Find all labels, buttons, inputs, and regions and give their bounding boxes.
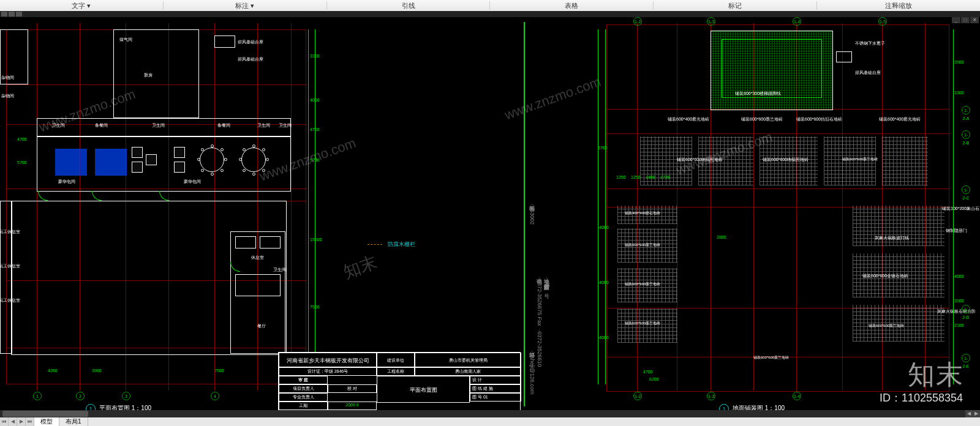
h-scroll-thumb[interactable] — [2, 411, 88, 417]
tb-drawing-name: 平面布置图 — [377, 376, 470, 403]
grid-bubble: 1-2-A — [962, 106, 970, 114]
flooring-label: 不锈钢下水蓖子 — [855, 40, 885, 47]
dim-label: 4700 — [17, 137, 27, 141]
tab-nav-first[interactable]: ⏮ — [0, 417, 9, 426]
tb-proof: 校 对 — [328, 384, 377, 393]
room-label: 新房 — [144, 72, 153, 78]
layout-tabs: ⏮ ◀ ▶ ⏭ 模型 布局1 — [0, 417, 980, 426]
flooring-label: 铺装600*600墨兰地砖 — [869, 323, 904, 329]
grid-bubble: 1-5 — [878, 17, 887, 26]
left-floorplan: 新房 煤气间 排风基础台座 排风基础台座 卫生间 备餐间 卫生间 备餐间 卫生间… — [0, 17, 318, 409]
tb-addr: 地址：河南省新乡市开发区新一街369号 — [543, 274, 551, 289]
flooring-label: 铺装600*600纳福照地砖 — [677, 157, 723, 163]
dim-label: 4000 — [310, 98, 320, 102]
grid-bubble: 4 — [211, 392, 219, 400]
dim-label: 4700 — [310, 127, 320, 132]
grid-bubble: 1 — [33, 392, 42, 400]
flooring-label: 铺装600*600墨兰地砖 — [625, 282, 660, 287]
flooring-label: 铺装600*600墨兰地砖 — [625, 321, 660, 326]
watermark-big: 知末 — [340, 251, 380, 285]
dim-label: 1720 — [660, 175, 670, 179]
menu-table[interactable]: 表格 — [490, 1, 653, 10]
room-label: 员工休息室 — [0, 297, 20, 304]
room-label: 卫生间 — [52, 122, 65, 129]
tab-nav-next[interactable]: ▶ — [17, 417, 26, 426]
menu-text[interactable]: 文字 ▾ — [0, 1, 163, 10]
tb-owner-lbl: 建设单位 — [377, 353, 415, 367]
tb-proj-lbl: 工程名称 — [377, 367, 415, 376]
tb-discipline: 专业负责人 — [279, 393, 328, 402]
tab-model[interactable]: 模型 — [34, 417, 59, 426]
dim-label: 1350 — [616, 175, 626, 179]
grid-bubble: 1-2-C — [962, 185, 970, 194]
tab-nav-last[interactable]: ⏭ — [26, 417, 34, 426]
toolbar-icon[interactable] — [9, 12, 15, 17]
dim-label: 5700 — [310, 158, 320, 162]
flooring-label: 钢制隐形门 — [946, 228, 967, 234]
dim-label: 6200 — [649, 377, 659, 381]
dim-label: 4000 — [599, 335, 609, 340]
min-button[interactable]: _ — [952, 17, 960, 23]
grid-bubble: 1-4 — [793, 17, 801, 26]
scroll-left-icon[interactable]: ◀ — [965, 410, 973, 417]
dim-label: 4000 — [954, 274, 964, 278]
flooring-label: 铺装600*600纳福照地砖 — [763, 157, 809, 163]
menu-bar: 文字 ▾ 标注 ▾ 引线 表格 标记 注释缩放 — [0, 0, 980, 11]
room-label: 豪华包间 — [58, 179, 75, 185]
window-controls: _ □ ✕ — [952, 17, 979, 23]
scroll-right-icon[interactable]: ▶ — [973, 410, 980, 417]
room-label: 餐厅 — [257, 323, 266, 329]
close-button[interactable]: ✕ — [970, 17, 979, 23]
flooring-label: 铺装600*400磨光地砖 — [879, 116, 921, 122]
tab-nav-prev[interactable]: ◀ — [9, 417, 17, 426]
dim-label: 2100 — [954, 323, 964, 327]
menu-annotate[interactable]: 标注 ▾ — [164, 1, 326, 10]
grid-bubble: 1-2-D — [962, 305, 970, 313]
dim-label: 7500 — [310, 305, 320, 309]
max-button[interactable]: □ — [961, 17, 970, 23]
dim-label: 7500 — [214, 368, 224, 373]
toolbar-icon[interactable] — [1, 12, 7, 17]
room-label: 卫生间 — [257, 122, 270, 129]
dim-label: 5700 — [17, 160, 27, 165]
menu-mark[interactable]: 标记 — [654, 1, 816, 10]
tab-layout1[interactable]: 布局1 — [59, 417, 88, 426]
right-floorplan: 不锈钢下水蓖子 排风基础台座 铺装800*300楼梯踢脚线 铺装600*400磨… — [570, 17, 974, 409]
room-label: 员工休息室 — [0, 263, 20, 269]
dim-label: 3900 — [92, 368, 102, 373]
tb-sheet-type: 图 纸 建 施 — [470, 384, 521, 393]
tb-sheet-no: 图 号 01 — [470, 393, 521, 402]
flooring-label: 铺装600*400磨光地砖 — [668, 116, 709, 122]
room-label: 排风基础台座 — [238, 39, 263, 45]
tb-postcode: 邮编：453002 — [528, 201, 536, 225]
toolbar-strip — [0, 11, 980, 17]
legend-label: 防腐木栅栏 — [388, 241, 415, 247]
flooring-label: 铺装300*200象山石地砖 — [942, 206, 980, 212]
room-label: 休息室 — [251, 255, 264, 261]
room-label: 卫生间 — [279, 122, 292, 129]
room-label: 员工休息室 — [0, 229, 20, 235]
flooring-label: 排风基础台座 — [855, 70, 881, 76]
titleblock: 河南省新乡天丰钢板开发有限公司 设计证：甲级 2846号 建设单位 唐山市委机关… — [278, 352, 521, 411]
flooring-label: 铺装600*600墨兰地砖 — [753, 355, 789, 361]
room-label: 备餐间 — [217, 122, 230, 129]
dim-label: 5700 — [598, 146, 608, 150]
dim-label: 3300 — [310, 54, 320, 58]
menu-annoscale[interactable]: 注释缩放 — [817, 1, 980, 10]
tb-date-val: 2009.9 — [328, 402, 377, 410]
grid-bubble: 1-2-B — [962, 130, 970, 139]
flooring-label: 灰麻火锅板波打线 — [875, 235, 909, 241]
grid-bubble: 1-2 — [633, 17, 642, 26]
legend-swatch-icon — [368, 244, 382, 245]
menu-leader[interactable]: 引线 — [327, 1, 490, 10]
flooring-label: 铺装800*300楼梯踢脚线 — [735, 91, 781, 97]
dim-label: 3500 — [954, 60, 964, 64]
room-label: 杂物间 — [1, 75, 14, 81]
drawing-canvas[interactable]: 新房 煤气间 排风基础台座 排风基础台座 卫生间 备餐间 卫生间 备餐间 卫生间… — [0, 17, 980, 417]
room-label: 备餐间 — [95, 122, 108, 129]
h-scrollbar[interactable]: ◀ ▶ — [0, 410, 980, 417]
room-label: 排风基础台座 — [238, 56, 263, 62]
room-label: 卫生间 — [152, 122, 165, 129]
tb-designer: 设 计 — [470, 376, 521, 384]
toolbar-icon[interactable] — [16, 12, 22, 17]
